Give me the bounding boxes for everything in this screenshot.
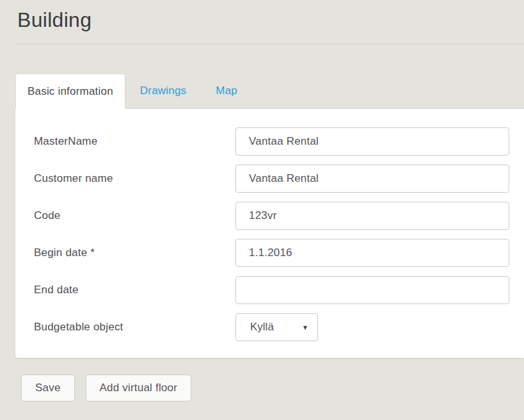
budgetable-object-label: Budgetable object <box>34 321 235 334</box>
basic-information-panel: MasterName Customer name Code Begin date… <box>15 109 524 358</box>
form-row-begin-date: Begin date * <box>34 239 509 267</box>
form-row-end-date: End date <box>34 276 509 304</box>
header-divider <box>15 44 524 44</box>
page-header: Building <box>0 0 524 32</box>
form-row-mastername: MasterName <box>34 127 509 156</box>
tab-map[interactable]: Map <box>201 74 252 108</box>
tab-basic-information[interactable]: Basic information <box>15 74 125 109</box>
tab-label: Map <box>216 85 237 97</box>
begin-date-input[interactable] <box>235 239 509 267</box>
selected-option-label: Kyllä <box>250 321 274 334</box>
add-virtual-floor-button[interactable]: Add virtual floor <box>86 375 192 401</box>
end-date-input[interactable] <box>235 276 509 304</box>
tab-strip: Basic information Drawings Map <box>15 74 524 109</box>
end-date-label: End date <box>34 284 235 296</box>
form-row-customer-name: Customer name <box>34 165 509 193</box>
chevron-down-icon: ▼ <box>302 324 308 331</box>
code-label: Code <box>34 209 235 222</box>
begin-date-label: Begin date * <box>34 246 235 259</box>
code-input[interactable] <box>235 202 509 230</box>
tab-drawings[interactable]: Drawings <box>125 74 201 108</box>
tab-label: Drawings <box>140 85 186 97</box>
tab-label: Basic information <box>28 85 113 98</box>
mastername-input[interactable] <box>235 127 509 156</box>
form-row-code: Code <box>34 202 509 230</box>
customer-name-label: Customer name <box>34 172 235 185</box>
save-button[interactable]: Save <box>21 375 75 401</box>
budgetable-object-select[interactable]: Kyllä ▼ <box>235 313 318 341</box>
customer-name-input[interactable] <box>235 165 509 193</box>
form-row-budgetable-object: Budgetable object Kyllä ▼ <box>34 313 509 341</box>
button-row: Save Add virtual floor <box>21 375 524 401</box>
page-title: Building <box>17 8 524 32</box>
mastername-label: MasterName <box>34 135 235 148</box>
